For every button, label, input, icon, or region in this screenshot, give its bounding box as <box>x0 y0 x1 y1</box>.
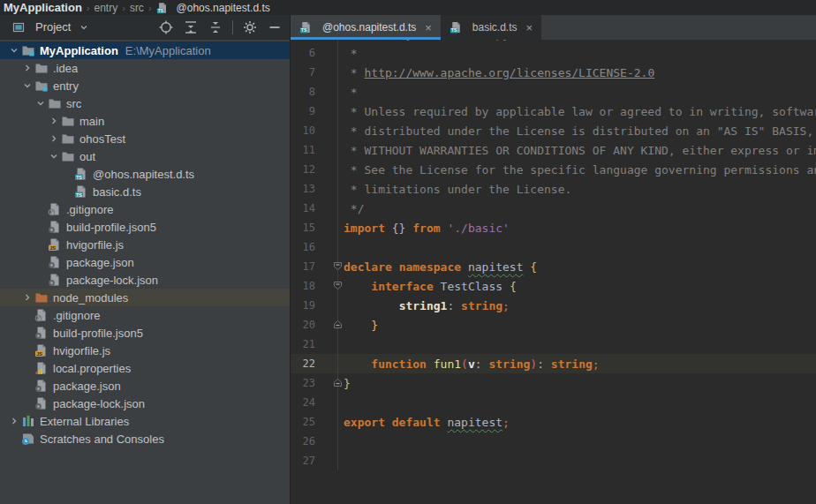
tree-item-ohostest[interactable]: ohosTest <box>0 130 290 147</box>
line-number[interactable]: 15 <box>291 222 322 234</box>
line-number[interactable]: 22 <box>291 357 322 370</box>
tree-item-out[interactable]: out <box>0 147 290 165</box>
code-text: * You may obtain a copy of the License a… <box>338 40 634 41</box>
code-line-16[interactable]: 16 <box>291 237 816 257</box>
tree-item-external-libraries[interactable]: External Libraries <box>0 412 290 430</box>
gutter-fold-column <box>322 63 338 82</box>
fold-marker-down-icon[interactable] <box>322 257 338 276</box>
code-line-24[interactable]: 24 <box>291 393 816 412</box>
tree-item-package-lock-json[interactable]: package-lock.json <box>0 271 290 289</box>
line-number[interactable]: 21 <box>291 338 322 350</box>
line-number[interactable]: 17 <box>291 260 322 273</box>
line-number[interactable]: 14 <box>291 202 322 214</box>
line-number[interactable]: 11 <box>291 144 322 156</box>
tree-item-package-lock-json[interactable]: package-lock.json <box>0 395 290 412</box>
tree-item-ohos-napitest-d-ts[interactable]: TS@ohos.napitest.d.ts <box>0 165 290 183</box>
tree-item-package-json[interactable]: package.json <box>0 253 290 271</box>
line-number[interactable]: 10 <box>291 124 322 137</box>
chevron-down-icon[interactable] <box>20 80 34 91</box>
line-number[interactable]: 26 <box>291 435 322 448</box>
tree-item-gitignore[interactable]: .gitignore <box>0 200 290 218</box>
line-number[interactable]: 20 <box>291 319 322 331</box>
code-line-12[interactable]: 12 * See the License for the specific la… <box>291 160 816 179</box>
code-line-26[interactable]: 26 <box>291 432 816 451</box>
chevron-down-icon[interactable] <box>34 98 47 109</box>
line-number[interactable]: 12 <box>291 163 322 176</box>
fold-marker-down-icon[interactable] <box>322 276 338 296</box>
project-view-selector[interactable]: Project <box>7 19 99 36</box>
code-line-20[interactable]: 20 } <box>291 315 816 335</box>
line-number[interactable]: 7 <box>291 66 322 79</box>
code-line-10[interactable]: 10 * distributed under the License is di… <box>291 121 816 140</box>
code-line-11[interactable]: 11 * WITHOUT WARRANTIES OR CONDITIONS OF… <box>291 140 816 160</box>
tab-close-icon[interactable]: × <box>425 22 432 34</box>
code-line-15[interactable]: 15import {} from './basic' <box>291 218 816 237</box>
line-number[interactable]: 23 <box>291 377 322 389</box>
code-line-7[interactable]: 7 * http://www.apache.org/licenses/LICEN… <box>291 63 816 82</box>
tab-close-icon[interactable]: × <box>526 22 533 34</box>
chevron-right-icon[interactable] <box>20 292 34 303</box>
expand-all-button[interactable] <box>183 19 199 35</box>
tree-item-src[interactable]: src <box>0 94 290 112</box>
code-line-14[interactable]: 14 */ <box>291 199 816 218</box>
chevron-down-small-icon[interactable] <box>76 20 91 34</box>
tree-item-myapplication[interactable]: MyApplicationE:\MyApplication <box>0 41 290 59</box>
settings-gear-button[interactable] <box>242 19 258 35</box>
line-number[interactable]: 6 <box>291 47 322 59</box>
tree-item-basic-d-ts[interactable]: TSbasic.d.ts <box>0 183 290 200</box>
collapse-all-button[interactable] <box>208 19 223 35</box>
line-number[interactable]: 25 <box>291 416 322 428</box>
chevron-right-icon[interactable] <box>47 116 60 126</box>
tree-item-idea[interactable]: .idea <box>0 59 290 77</box>
breadcrumb-item-entry[interactable]: entry <box>93 2 120 14</box>
line-number[interactable]: 9 <box>291 105 322 117</box>
tree-item-main[interactable]: main <box>0 112 290 130</box>
code-line-13[interactable]: 13 * limitations under the License. <box>291 179 816 199</box>
code-line-22[interactable]: 22 function fun1(v: string): string; <box>291 354 816 373</box>
code-line-8[interactable]: 8 * <box>291 82 816 102</box>
code-line-9[interactable]: 9 * Unless required by applicable law or… <box>291 102 816 121</box>
tree-item-gitignore[interactable]: .gitignore <box>0 306 290 324</box>
svg-text:TS: TS <box>75 192 81 198</box>
tree-item-build-profile-json5[interactable]: build-profile.json5 <box>0 324 290 342</box>
line-number[interactable]: 27 <box>291 455 322 467</box>
chevron-right-icon[interactable] <box>7 416 20 426</box>
line-number[interactable]: 18 <box>291 280 322 292</box>
code-line-17[interactable]: 17declare namespace napitest { <box>291 257 816 276</box>
editor-tab-basic-d-ts[interactable]: TSbasic.d.ts× <box>441 15 541 40</box>
tree-item-scratches-and-consoles[interactable]: Scratches and Consoles <box>0 430 290 448</box>
line-number[interactable]: 13 <box>291 183 322 195</box>
tree-item-node-modules[interactable]: node_modules <box>0 289 290 306</box>
line-number[interactable]: 16 <box>291 241 322 253</box>
code-editor[interactable]: 5 * You may obtain a copy of the License… <box>291 40 816 504</box>
breadcrumb-item-myapplication[interactable]: MyApplication <box>2 1 84 14</box>
chevron-down-icon[interactable] <box>7 45 20 56</box>
line-number[interactable]: 24 <box>291 396 322 409</box>
tree-item-hvigorfile-js[interactable]: JShvigorfile.js <box>0 236 290 253</box>
chevron-down-icon[interactable] <box>47 151 60 162</box>
tree-item-hvigorfile-js[interactable]: JShvigorfile.js <box>0 342 290 359</box>
hide-panel-minus-button[interactable] <box>267 19 283 35</box>
line-number[interactable]: 8 <box>291 86 322 98</box>
fold-marker-up-icon[interactable] <box>322 373 338 393</box>
tree-item-entry[interactable]: entry <box>0 77 290 94</box>
code-line-25[interactable]: 25export default napitest; <box>291 412 816 432</box>
code-line-18[interactable]: 18 interface TestClass { <box>291 276 816 296</box>
editor-tab-ohos-napitest-d-ts[interactable]: TS@ohos.napitest.d.ts× <box>291 15 441 40</box>
tree-item-build-profile-json5[interactable]: build-profile.json5 <box>0 218 290 236</box>
chevron-right-icon[interactable] <box>47 133 60 144</box>
chevron-right-icon[interactable] <box>20 63 34 73</box>
line-number[interactable]: 19 <box>291 299 322 312</box>
code-line-19[interactable]: 19 string1: string; <box>291 296 816 315</box>
breadcrumb-item-src[interactable]: src <box>128 2 146 14</box>
tree-item-package-json[interactable]: package.json <box>0 377 290 395</box>
breadcrumb-item-ohos-napitest-d-ts[interactable]: TS@ohos.napitest.d.ts <box>155 1 272 15</box>
code-line-6[interactable]: 6 * <box>291 43 816 63</box>
fold-marker-up-icon[interactable] <box>322 315 338 335</box>
project-tree[interactable]: MyApplicationE:\MyApplication.ideaentrys… <box>0 40 290 504</box>
code-line-27[interactable]: 27 <box>291 451 816 470</box>
locate-opened-file-button[interactable] <box>158 19 174 35</box>
code-line-21[interactable]: 21 <box>291 335 816 354</box>
tree-item-local-properties[interactable]: local.properties <box>0 359 290 377</box>
code-line-23[interactable]: 23} <box>291 373 816 393</box>
